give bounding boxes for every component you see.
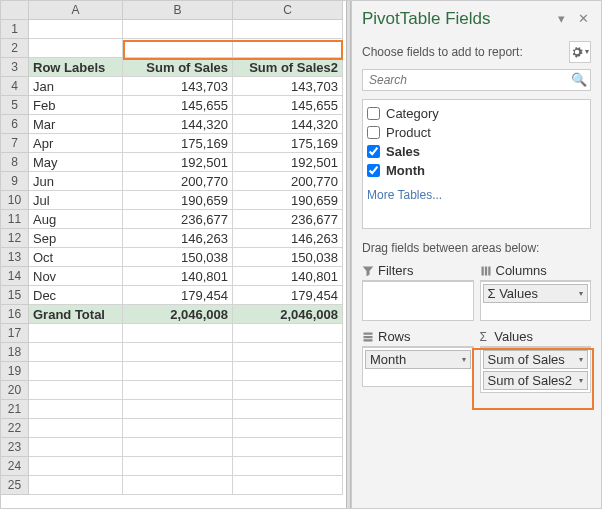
cell-C21[interactable] bbox=[233, 400, 343, 419]
cell-B2[interactable] bbox=[123, 39, 233, 58]
cell-B24[interactable] bbox=[123, 457, 233, 476]
values-area[interactable]: Sum of Sales Sum of Sales2 bbox=[480, 347, 592, 393]
month-chip[interactable]: Month bbox=[365, 350, 471, 369]
values-chip[interactable]: Σ Values bbox=[483, 284, 589, 303]
row-12[interactable]: 12 bbox=[1, 229, 29, 248]
field-product[interactable]: Product bbox=[367, 123, 586, 142]
cell-A3[interactable]: Row Labels bbox=[29, 58, 123, 77]
select-all[interactable] bbox=[1, 1, 29, 20]
cell-A12[interactable]: Sep bbox=[29, 229, 123, 248]
panel-menu-button[interactable]: ▾ bbox=[553, 11, 569, 27]
cell-B5[interactable]: 145,655 bbox=[123, 96, 233, 115]
cell-A22[interactable] bbox=[29, 419, 123, 438]
cell-C14[interactable]: 140,801 bbox=[233, 267, 343, 286]
cell-B25[interactable] bbox=[123, 476, 233, 495]
row-1[interactable]: 1 bbox=[1, 20, 29, 39]
gear-icon[interactable] bbox=[569, 41, 591, 63]
row-19[interactable]: 19 bbox=[1, 362, 29, 381]
cell-A25[interactable] bbox=[29, 476, 123, 495]
row-15[interactable]: 15 bbox=[1, 286, 29, 305]
cell-A6[interactable]: Mar bbox=[29, 115, 123, 134]
cell-A1[interactable] bbox=[29, 20, 123, 39]
cell-C25[interactable] bbox=[233, 476, 343, 495]
row-9[interactable]: 9 bbox=[1, 172, 29, 191]
row-22[interactable]: 22 bbox=[1, 419, 29, 438]
row-16[interactable]: 16 bbox=[1, 305, 29, 324]
cell-B20[interactable] bbox=[123, 381, 233, 400]
columns-area[interactable]: Σ Values bbox=[480, 281, 592, 321]
cell-A2[interactable] bbox=[29, 39, 123, 58]
cell-A24[interactable] bbox=[29, 457, 123, 476]
cell-A8[interactable]: May bbox=[29, 153, 123, 172]
cell-A14[interactable]: Nov bbox=[29, 267, 123, 286]
cell-B4[interactable]: 143,703 bbox=[123, 77, 233, 96]
cell-B12[interactable]: 146,263 bbox=[123, 229, 233, 248]
cell-A23[interactable] bbox=[29, 438, 123, 457]
col-B[interactable]: B bbox=[123, 1, 233, 20]
cell-A7[interactable]: Apr bbox=[29, 134, 123, 153]
cell-A20[interactable] bbox=[29, 381, 123, 400]
row-18[interactable]: 18 bbox=[1, 343, 29, 362]
cell-A19[interactable] bbox=[29, 362, 123, 381]
col-C[interactable]: C bbox=[233, 1, 343, 20]
cell-C13[interactable]: 150,038 bbox=[233, 248, 343, 267]
search-box[interactable]: 🔍 bbox=[362, 69, 591, 91]
cell-B6[interactable]: 144,320 bbox=[123, 115, 233, 134]
cell-A13[interactable]: Oct bbox=[29, 248, 123, 267]
cell-A11[interactable]: Aug bbox=[29, 210, 123, 229]
row-2[interactable]: 2 bbox=[1, 39, 29, 58]
cell-A21[interactable] bbox=[29, 400, 123, 419]
row-4[interactable]: 4 bbox=[1, 77, 29, 96]
cell-A18[interactable] bbox=[29, 343, 123, 362]
col-A[interactable]: A bbox=[29, 1, 123, 20]
cell-C22[interactable] bbox=[233, 419, 343, 438]
cell-C11[interactable]: 236,677 bbox=[233, 210, 343, 229]
field-sales[interactable]: Sales bbox=[367, 142, 586, 161]
cell-C8[interactable]: 192,501 bbox=[233, 153, 343, 172]
cell-A5[interactable]: Feb bbox=[29, 96, 123, 115]
cell-B10[interactable]: 190,659 bbox=[123, 191, 233, 210]
spreadsheet[interactable]: ABC123Row LabelsSum of SalesSum of Sales… bbox=[1, 1, 346, 508]
cell-C24[interactable] bbox=[233, 457, 343, 476]
row-6[interactable]: 6 bbox=[1, 115, 29, 134]
cell-C20[interactable] bbox=[233, 381, 343, 400]
cell-B1[interactable] bbox=[123, 20, 233, 39]
search-input[interactable] bbox=[363, 70, 568, 90]
cell-B21[interactable] bbox=[123, 400, 233, 419]
row-23[interactable]: 23 bbox=[1, 438, 29, 457]
cell-B14[interactable]: 140,801 bbox=[123, 267, 233, 286]
cell-B3[interactable]: Sum of Sales bbox=[123, 58, 233, 77]
cell-A16[interactable]: Grand Total bbox=[29, 305, 123, 324]
cell-B13[interactable]: 150,038 bbox=[123, 248, 233, 267]
cell-C9[interactable]: 200,770 bbox=[233, 172, 343, 191]
row-17[interactable]: 17 bbox=[1, 324, 29, 343]
cell-B11[interactable]: 236,677 bbox=[123, 210, 233, 229]
cell-C12[interactable]: 146,263 bbox=[233, 229, 343, 248]
row-5[interactable]: 5 bbox=[1, 96, 29, 115]
cell-A17[interactable] bbox=[29, 324, 123, 343]
row-25[interactable]: 25 bbox=[1, 476, 29, 495]
cell-B22[interactable] bbox=[123, 419, 233, 438]
cell-C6[interactable]: 144,320 bbox=[233, 115, 343, 134]
search-icon[interactable]: 🔍 bbox=[568, 70, 590, 90]
row-10[interactable]: 10 bbox=[1, 191, 29, 210]
cell-C10[interactable]: 190,659 bbox=[233, 191, 343, 210]
cell-B17[interactable] bbox=[123, 324, 233, 343]
cell-B23[interactable] bbox=[123, 438, 233, 457]
cell-C23[interactable] bbox=[233, 438, 343, 457]
cell-A10[interactable]: Jul bbox=[29, 191, 123, 210]
cell-B7[interactable]: 175,169 bbox=[123, 134, 233, 153]
cell-A4[interactable]: Jan bbox=[29, 77, 123, 96]
cell-C16[interactable]: 2,046,008 bbox=[233, 305, 343, 324]
field-month[interactable]: Month bbox=[367, 161, 586, 180]
cell-C4[interactable]: 143,703 bbox=[233, 77, 343, 96]
cell-C17[interactable] bbox=[233, 324, 343, 343]
cell-B15[interactable]: 179,454 bbox=[123, 286, 233, 305]
row-8[interactable]: 8 bbox=[1, 153, 29, 172]
row-13[interactable]: 13 bbox=[1, 248, 29, 267]
cell-C18[interactable] bbox=[233, 343, 343, 362]
cell-A9[interactable]: Jun bbox=[29, 172, 123, 191]
sum-sales-chip[interactable]: Sum of Sales bbox=[483, 350, 589, 369]
sum-sales2-chip[interactable]: Sum of Sales2 bbox=[483, 371, 589, 390]
cell-B9[interactable]: 200,770 bbox=[123, 172, 233, 191]
